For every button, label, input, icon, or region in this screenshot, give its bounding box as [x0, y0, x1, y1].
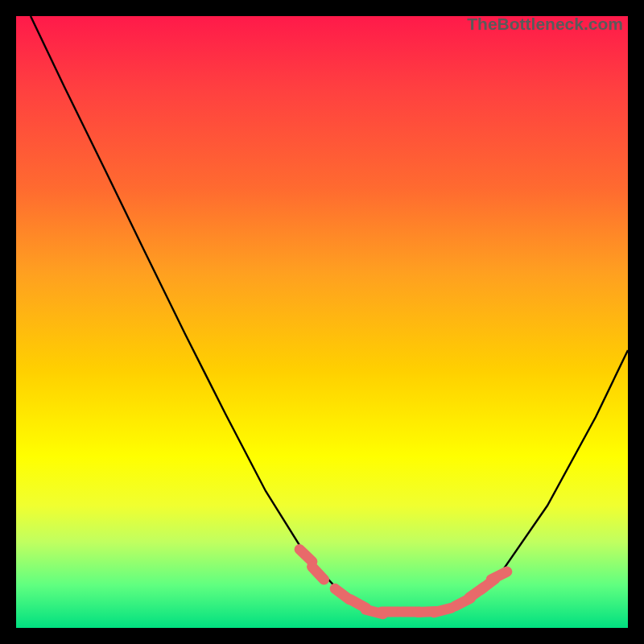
bottleneck-curve-path	[31, 16, 628, 613]
curve-path-group	[31, 16, 628, 613]
bottleneck-curve-svg	[16, 16, 628, 628]
chart-plot-area: TheBottleneck.com	[16, 16, 628, 628]
marker-segment	[312, 567, 324, 580]
marker-segment	[434, 608, 451, 613]
marker-segment	[299, 549, 312, 561]
marker-segment	[491, 572, 507, 580]
